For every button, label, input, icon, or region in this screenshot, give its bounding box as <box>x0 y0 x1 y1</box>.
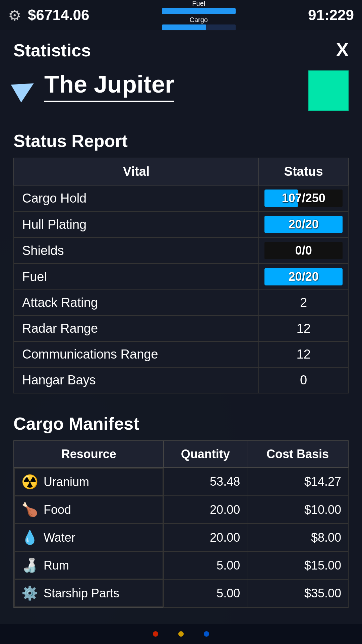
table-row: Hull Plating20/20 <box>14 211 348 237</box>
quantity-cell: 53.48 <box>164 468 247 496</box>
panel-header: Statistics X <box>13 40 349 60</box>
status-header: Status <box>259 158 348 185</box>
resource-cell: 💧Water <box>14 524 163 551</box>
resource-header: Resource <box>14 441 164 468</box>
nav-dot-blue <box>204 631 209 637</box>
cargo-row: ☢️Uranium53.48$14.27 <box>14 468 348 496</box>
fuel-label: Fuel <box>192 0 205 7</box>
nav-dot-red <box>153 631 158 637</box>
stat-value: 12 <box>297 347 311 361</box>
fuel-bar-item: Fuel <box>162 0 236 14</box>
resource-name: Food <box>44 503 71 517</box>
top-bar: ⚙ $6714.06 Fuel Cargo 91:229 <box>0 0 362 30</box>
vital-cell: Fuel <box>14 264 259 290</box>
cost-basis-cell: $10.00 <box>247 496 348 524</box>
vital-cell: Radar Range <box>14 316 259 341</box>
status-cell: 12 <box>259 316 348 341</box>
close-button[interactable]: X <box>336 40 349 59</box>
table-row: Hangar Bays0 <box>14 367 348 393</box>
resource-icon: 💧 <box>21 530 38 545</box>
cargo-bar-item: Cargo <box>162 16 236 31</box>
resource-icon: ☢️ <box>21 474 38 490</box>
fuel-fill <box>162 8 236 14</box>
stat-value: 2 <box>300 296 307 310</box>
cost-basis-cell: $35.00 <box>247 579 348 607</box>
vital-cell: Cargo Hold <box>14 185 259 211</box>
resource-icon: 🍶 <box>21 557 38 573</box>
time-display: 91:229 <box>308 7 354 23</box>
resource-cell: ⚙️Starship Parts <box>14 579 163 607</box>
main-panel: Statistics X ▶ The Jupiter Status Report… <box>0 30 362 644</box>
cost-basis-header: Cost Basis <box>247 441 348 468</box>
resource-name: Starship Parts <box>44 586 119 600</box>
panel-title: Statistics <box>13 40 91 60</box>
ship-name-block: The Jupiter <box>44 70 174 102</box>
quantity-cell: 20.00 <box>164 496 247 524</box>
top-bar-left: ⚙ $6714.06 <box>8 7 89 24</box>
vital-cell: Hangar Bays <box>14 367 259 393</box>
resource-bars: Fuel Cargo <box>162 0 236 31</box>
cargo-row: 🍗Food20.00$10.00 <box>14 496 348 524</box>
fuel-track <box>162 8 236 14</box>
quantity-cell: 20.00 <box>164 524 247 551</box>
status-cell: 20/20 <box>259 211 348 237</box>
resource-name: Rum <box>44 558 69 573</box>
table-row: Attack Rating2 <box>14 290 348 316</box>
ship-name: The Jupiter <box>44 70 174 102</box>
gear-icon[interactable]: ⚙ <box>8 7 21 24</box>
cargo-fill <box>162 24 206 31</box>
vital-cell: Attack Rating <box>14 290 259 316</box>
cost-basis-cell: $14.27 <box>247 468 348 496</box>
cargo-label: Cargo <box>190 16 208 24</box>
status-cell: 20/20 <box>259 264 348 290</box>
status-cell: 0/0 <box>259 237 348 264</box>
resource-cell: 🍗Food <box>14 496 163 524</box>
status-cell: 0 <box>259 367 348 393</box>
status-cell: 12 <box>259 341 348 367</box>
quantity-header: Quantity <box>164 441 247 468</box>
ship-section: ▶ The Jupiter <box>13 70 349 114</box>
vital-header: Vital <box>14 158 259 185</box>
vital-cell: Hull Plating <box>14 211 259 237</box>
cargo-track <box>162 24 236 31</box>
quantity-cell: 5.00 <box>164 579 247 607</box>
cargo-row: 💧Water20.00$8.00 <box>14 524 348 551</box>
status-cell: 107/250 <box>259 185 348 211</box>
nav-dot-yellow <box>178 631 184 637</box>
resource-icon: ⚙️ <box>21 585 38 601</box>
table-row: Radar Range12 <box>14 316 348 341</box>
cargo-manifest-section: Cargo Manifest Resource Quantity Cost Ba… <box>13 414 349 608</box>
resource-cell: ☢️Uranium <box>14 468 163 496</box>
ship-left: ▶ The Jupiter <box>13 70 174 102</box>
resource-cell: 🍶Rum <box>14 551 163 579</box>
money-display: $6714.06 <box>28 7 89 23</box>
resource-name: Water <box>44 531 75 545</box>
resource-name: Uranium <box>44 475 89 489</box>
stats-table: Vital Status Cargo Hold107/250Hull Plati… <box>13 158 349 393</box>
quantity-cell: 5.00 <box>164 551 247 579</box>
table-row: Cargo Hold107/250 <box>14 185 348 211</box>
vital-cell: Communications Range <box>14 341 259 367</box>
status-report-title: Status Report <box>13 131 349 151</box>
cargo-row: ⚙️Starship Parts5.00$35.00 <box>14 579 348 607</box>
status-report-section: Status Report Vital Status Cargo Hold107… <box>13 131 349 393</box>
cargo-table: Resource Quantity Cost Basis ☢️Uranium53… <box>13 440 349 608</box>
resource-icon: 🍗 <box>21 502 38 518</box>
status-cell: 2 <box>259 290 348 316</box>
cargo-row: 🍶Rum5.00$15.00 <box>14 551 348 579</box>
vital-cell: Shields <box>14 237 259 264</box>
bottom-nav <box>0 624 362 644</box>
ship-icon: ▶ <box>7 67 41 105</box>
table-row: Shields0/0 <box>14 237 348 264</box>
ship-color-swatch <box>308 70 349 111</box>
table-row: Fuel20/20 <box>14 264 348 290</box>
stat-value: 0 <box>300 373 307 387</box>
cost-basis-cell: $15.00 <box>247 551 348 579</box>
cargo-manifest-title: Cargo Manifest <box>13 414 349 434</box>
stat-value: 12 <box>297 321 311 335</box>
table-row: Communications Range12 <box>14 341 348 367</box>
cost-basis-cell: $8.00 <box>247 524 348 551</box>
